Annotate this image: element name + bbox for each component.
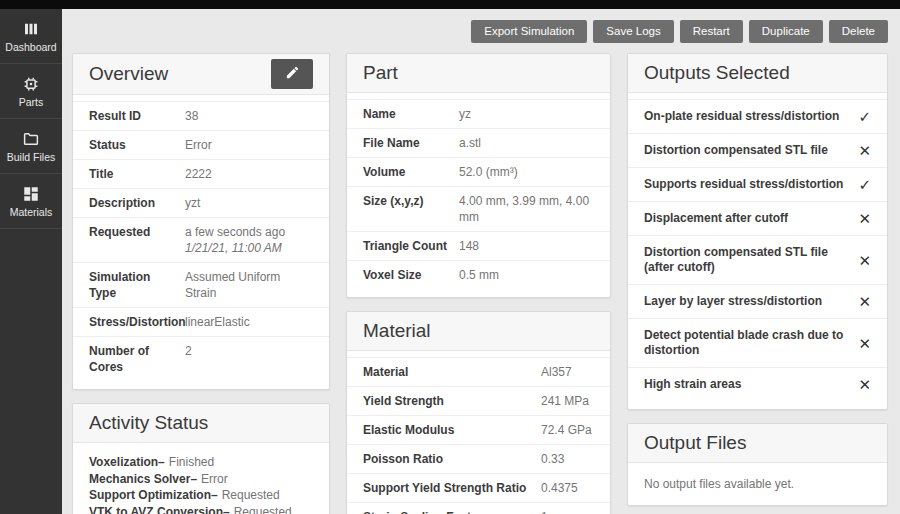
activity-name: Support Optimization– [89, 488, 218, 502]
sidebar-item-parts[interactable]: Parts [0, 64, 62, 119]
sidebar: Dashboard Parts Build Files Materials [0, 9, 62, 514]
activity-status-card: Activity Status Voxelization–Finished Me… [72, 403, 330, 514]
save-logs-button[interactable]: Save Logs [593, 20, 673, 43]
table-row: Name yz [347, 99, 610, 128]
row-label: Support Yield Strength Ratio [363, 480, 541, 496]
row-label: Number of Cores [89, 343, 185, 375]
activity-line: VTK to AVZ Conversion–Requested [89, 504, 313, 514]
activity-name: Voxelization– [89, 455, 165, 469]
output-option-row: Supports residual stress/distortion ✓ [628, 167, 887, 201]
part-title: Part [363, 59, 398, 87]
cross-icon: ✕ [858, 253, 871, 268]
table-row: Number of Cores 2 [73, 336, 329, 381]
table-row: Support Yield Strength Ratio 0.4375 [347, 473, 610, 502]
row-label: Strain Scaling Factor [363, 509, 541, 514]
row-label: Requested [89, 224, 185, 256]
sidebar-item-materials[interactable]: Materials [0, 174, 62, 229]
duplicate-button[interactable]: Duplicate [749, 20, 823, 43]
row-label: Elastic Modulus [363, 422, 541, 438]
cross-icon: ✕ [858, 143, 871, 158]
dashboard-icon [2, 20, 60, 38]
activity-name: VTK to AVZ Conversion– [89, 505, 230, 514]
table-row: Material Al357 [347, 357, 610, 386]
row-value: 2 [185, 343, 192, 375]
output-files-body: No output files available yet. [628, 463, 887, 505]
activity-state: Requested [234, 505, 292, 514]
material-card-body: Material Al357 Yield Strength 241 MPa El… [347, 351, 610, 514]
row-label: Name [363, 106, 459, 122]
row-label: Yield Strength [363, 393, 541, 409]
sidebar-item-label: Dashboard [2, 42, 60, 53]
column-middle: Part Name yz File Name a.stl Volume [346, 53, 611, 514]
top-strip [0, 0, 900, 9]
restart-button[interactable]: Restart [680, 20, 743, 43]
table-row: Poisson Ratio 0.33 [347, 444, 610, 473]
row-label: Material [363, 364, 541, 380]
cross-icon: ✕ [858, 294, 871, 309]
overview-title: Overview [89, 60, 168, 88]
row-label: Simulation Type [89, 269, 185, 301]
requested-relative-time: a few seconds ago [185, 225, 285, 239]
edit-overview-button[interactable] [271, 59, 313, 89]
row-label: Volume [363, 164, 459, 180]
outputs-selected-title: Outputs Selected [644, 59, 790, 87]
cross-icon: ✕ [858, 211, 871, 226]
requested-timestamp: 1/21/21, 11:00 AM [185, 240, 285, 256]
material-card: Material Material Al357 Yield Strength 2… [346, 311, 611, 514]
table-row: Yield Strength 241 MPa [347, 386, 610, 415]
table-row: Requested a few seconds ago1/21/21, 11:0… [73, 217, 329, 262]
check-icon: ✓ [858, 109, 871, 124]
export-simulation-button[interactable]: Export Simulation [471, 20, 587, 43]
material-card-header: Material [347, 312, 610, 351]
table-row: Size (x,y,z) 4.00 mm, 3.99 mm, 4.00 mm [347, 186, 610, 231]
row-label: Status [89, 137, 185, 153]
card-columns: Overview Result ID 38 St [62, 53, 900, 514]
table-row: Elastic Modulus 72.4 GPa [347, 415, 610, 444]
main-content: Export Simulation Save Logs Restart Dupl… [62, 9, 900, 514]
sidebar-item-label: Materials [2, 207, 60, 218]
output-option-label: High strain areas [644, 377, 849, 392]
activity-status-body: Voxelization–Finished Mechanics Solver–E… [73, 443, 329, 514]
action-toolbar: Export Simulation Save Logs Restart Dupl… [62, 9, 900, 53]
overview-card: Overview Result ID 38 St [72, 53, 330, 390]
column-right: Outputs Selected On-plate residual stres… [627, 53, 888, 514]
row-value: linearElastic [185, 314, 250, 330]
table-row: Simulation Type Assumed Uniform Strain [73, 262, 329, 307]
row-label: Poisson Ratio [363, 451, 541, 467]
activity-status-card-header: Activity Status [73, 404, 329, 443]
sidebar-item-dashboard[interactable]: Dashboard [0, 9, 62, 64]
overview-card-header: Overview [73, 54, 329, 95]
output-option-label: Detect potential blade crash due to dist… [644, 328, 849, 358]
output-option-row: Distortion compensated STL file ✕ [628, 133, 887, 167]
table-row: Result ID 38 [73, 101, 329, 130]
output-option-label: On-plate residual stress/distortion [644, 109, 849, 124]
outputs-selected-body: On-plate residual stress/distortion ✓ Di… [628, 93, 887, 409]
output-option-label: Displacement after cutoff [644, 211, 849, 226]
row-label: Description [89, 195, 185, 211]
output-files-card: Output Files No output files available y… [627, 423, 888, 506]
output-option-row: Displacement after cutoff ✕ [628, 201, 887, 235]
sidebar-item-build-files[interactable]: Build Files [0, 119, 62, 174]
output-option-row: On-plate residual stress/distortion ✓ [628, 99, 887, 133]
row-value: Al357 [541, 364, 572, 380]
delete-button[interactable]: Delete [829, 20, 888, 43]
check-icon: ✓ [858, 177, 871, 192]
row-value: 0.33 [541, 451, 564, 467]
row-value: Assumed Uniform Strain [185, 269, 313, 301]
activity-line: Support Optimization–Requested [89, 487, 313, 504]
part-card-header: Part [347, 54, 610, 93]
part-card-body: Name yz File Name a.stl Volume 52.0 (mm³… [347, 93, 610, 297]
part-card: Part Name yz File Name a.stl Volume [346, 53, 611, 298]
pencil-icon [285, 65, 300, 83]
row-value: 0.4375 [541, 480, 578, 496]
output-option-label: Supports residual stress/distortion [644, 177, 849, 192]
table-row: Volume 52.0 (mm³) [347, 157, 610, 186]
row-value: 148 [459, 238, 479, 254]
activity-status-title: Activity Status [89, 409, 208, 437]
row-label: Stress/Distortion [89, 314, 185, 330]
outputs-selected-card-header: Outputs Selected [628, 54, 887, 93]
row-value: 2222 [185, 166, 212, 182]
output-files-card-header: Output Files [628, 424, 887, 463]
table-row: Status Error [73, 130, 329, 159]
table-row: Strain Scaling Factor 1 [347, 502, 610, 514]
